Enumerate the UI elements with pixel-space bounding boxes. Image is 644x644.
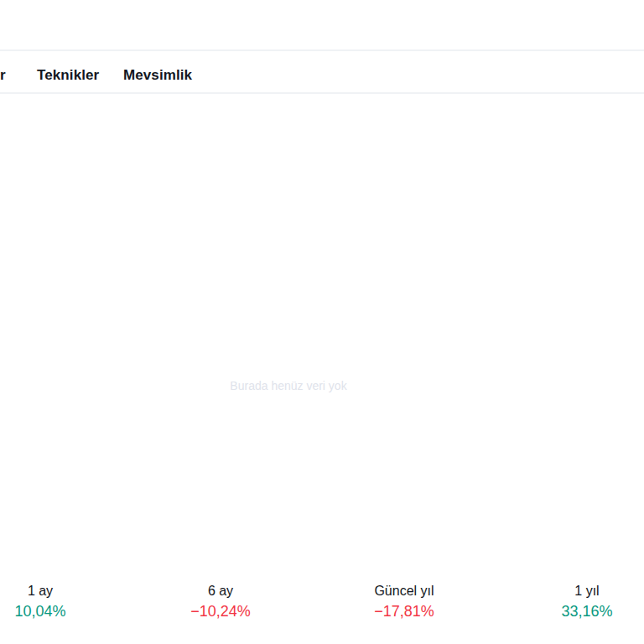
- empty-state-message: Burada henüz veri yok: [230, 379, 346, 392]
- perf-item-1-year: 1 yıl 33,16%: [561, 583, 612, 621]
- perf-label: 1 ay: [14, 583, 65, 599]
- perf-value: 33,16%: [561, 603, 612, 621]
- perf-label: Güncel yıl: [374, 583, 434, 599]
- tab-teknikler[interactable]: Teknikler: [37, 67, 99, 83]
- perf-item-year-to-date: Güncel yıl −17,81%: [374, 583, 434, 621]
- perf-label: 1 yıl: [561, 583, 612, 599]
- perf-item-6-months: 6 ay −10,24%: [190, 583, 251, 621]
- perf-value: −17,81%: [374, 603, 434, 621]
- tab-mevsimlik[interactable]: Mevsimlik: [123, 67, 192, 83]
- symbol-detail-pane: r Teknikler Mevsimlik Burada henüz veri …: [0, 0, 644, 644]
- tab-partial-clipped[interactable]: r: [0, 67, 6, 83]
- performance-row: 1 ay 10,04% 6 ay −10,24% Güncel yıl −17,…: [0, 583, 644, 625]
- perf-value: −10,24%: [190, 603, 251, 621]
- tab-bar: r Teknikler Mevsimlik: [0, 51, 644, 92]
- perf-label: 6 ay: [190, 583, 251, 599]
- tab-bar-bottom-divider: [0, 92, 644, 94]
- perf-value: 10,04%: [14, 603, 65, 621]
- perf-item-1-month: 1 ay 10,04%: [14, 583, 65, 621]
